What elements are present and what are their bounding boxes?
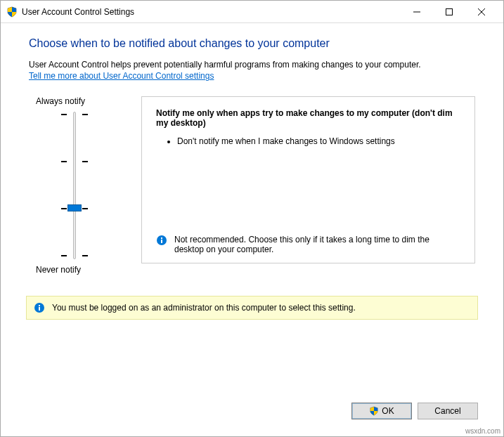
svg-rect-6 [161, 237, 162, 239]
slider-tick [61, 114, 67, 115]
admin-notice-bar: You must be logged on as an administrato… [26, 296, 478, 320]
watermark: wsxdn.com [465, 427, 500, 435]
uac-shield-icon [369, 406, 379, 416]
cancel-button-label: Cancel [434, 406, 460, 416]
slider-tick [82, 114, 88, 115]
page-description: User Account Control helps prevent poten… [29, 60, 475, 70]
level-description-panel: Notify me only when apps try to make cha… [141, 96, 475, 263]
content-area: Choose when to be notified about changes… [1, 23, 503, 275]
svg-rect-9 [39, 305, 40, 306]
info-icon [156, 235, 167, 246]
level-bullet: Don't notify me when I make changes to W… [177, 136, 460, 146]
slider-tick [82, 208, 88, 209]
slider-tick [61, 255, 67, 256]
help-link[interactable]: Tell me more about User Account Control … [29, 71, 214, 81]
slider-tick [82, 161, 88, 162]
slider-track [73, 112, 76, 259]
slider-label-bottom: Never notify [29, 265, 81, 275]
page-heading: Choose when to be notified about changes… [29, 37, 475, 50]
svg-rect-5 [161, 240, 162, 243]
slider-tick [61, 161, 67, 162]
slider-label-top: Always notify [29, 96, 85, 106]
minimize-button[interactable] [401, 1, 433, 22]
level-recommendation-text: Not recommended. Choose this only if it … [174, 235, 460, 254]
slider-tick [82, 255, 88, 256]
close-button[interactable] [465, 1, 498, 22]
level-title: Notify me only when apps try to make cha… [156, 108, 460, 128]
slider-thumb[interactable] [67, 204, 82, 211]
window-title: User Account Control Settings [22, 7, 401, 17]
ok-button[interactable]: OK [351, 403, 412, 419]
uac-shield-icon [6, 6, 18, 18]
svg-rect-8 [39, 307, 40, 311]
titlebar: User Account Control Settings [1, 1, 503, 23]
ok-button-label: OK [382, 406, 394, 416]
admin-notice-text: You must be logged on as an administrato… [52, 303, 356, 313]
uac-slider[interactable] [57, 112, 92, 259]
slider-column: Always notify Never notify [29, 96, 120, 275]
svg-rect-1 [446, 8, 453, 15]
cancel-button[interactable]: Cancel [418, 403, 478, 419]
maximize-button[interactable] [433, 1, 465, 22]
info-icon [34, 302, 45, 313]
level-recommendation: Not recommended. Choose this only if it … [156, 235, 460, 254]
button-row: OK Cancel [351, 403, 478, 419]
slider-tick [61, 208, 67, 209]
